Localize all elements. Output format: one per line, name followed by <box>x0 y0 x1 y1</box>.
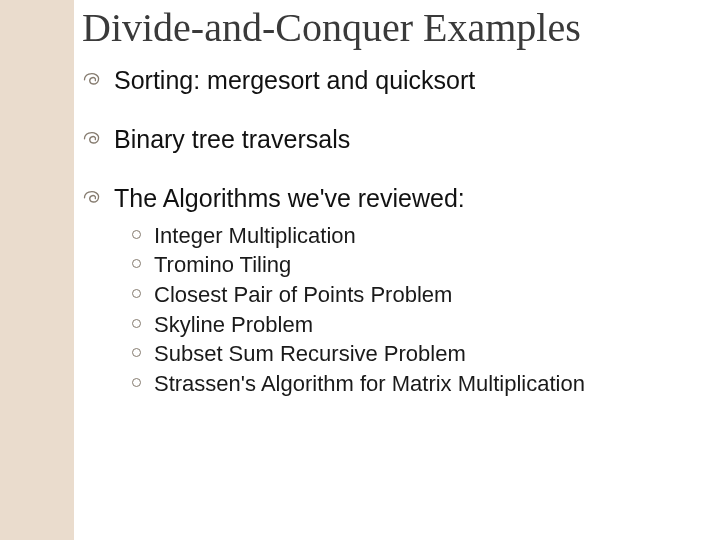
circle-icon <box>132 378 141 387</box>
swirl-icon <box>82 187 102 207</box>
sub-list-item: Strassen's Algorithm for Matrix Multipli… <box>132 369 680 399</box>
circle-icon <box>132 230 141 239</box>
slide: Divide-and-Conquer Examples Sorting: mer… <box>0 0 720 540</box>
list-item: The Algorithms we've reviewed: Integer M… <box>82 183 680 398</box>
sub-list-item: Integer Multiplication <box>132 221 680 251</box>
slide-content: Divide-and-Conquer Examples Sorting: mer… <box>0 0 720 399</box>
sub-bullet-text: Subset Sum Recursive Problem <box>154 341 466 366</box>
sub-bullet-text: Skyline Problem <box>154 312 313 337</box>
bullet-text: Sorting: mergesort and quicksort <box>114 66 475 94</box>
sub-bullet-text: Strassen's Algorithm for Matrix Multipli… <box>154 371 585 396</box>
sub-bullet-text: Closest Pair of Points Problem <box>154 282 452 307</box>
circle-icon <box>132 319 141 328</box>
slide-title: Divide-and-Conquer Examples <box>82 6 680 51</box>
swirl-icon <box>82 128 102 148</box>
sub-list-item: Skyline Problem <box>132 310 680 340</box>
sub-bullet-text: Tromino Tiling <box>154 252 291 277</box>
sub-list-item: Subset Sum Recursive Problem <box>132 339 680 369</box>
sub-list-item: Tromino Tiling <box>132 250 680 280</box>
bullet-text: Binary tree traversals <box>114 125 350 153</box>
circle-icon <box>132 259 141 268</box>
circle-icon <box>132 289 141 298</box>
list-item: Sorting: mergesort and quicksort <box>82 65 680 96</box>
bullet-text: The Algorithms we've reviewed: <box>114 184 465 212</box>
sub-list: Integer Multiplication Tromino Tiling Cl… <box>114 221 680 399</box>
sub-list-item: Closest Pair of Points Problem <box>132 280 680 310</box>
circle-icon <box>132 348 141 357</box>
bullet-list: Sorting: mergesort and quicksort Binary … <box>82 65 680 399</box>
sub-bullet-text: Integer Multiplication <box>154 223 356 248</box>
swirl-icon <box>82 69 102 89</box>
list-item: Binary tree traversals <box>82 124 680 155</box>
